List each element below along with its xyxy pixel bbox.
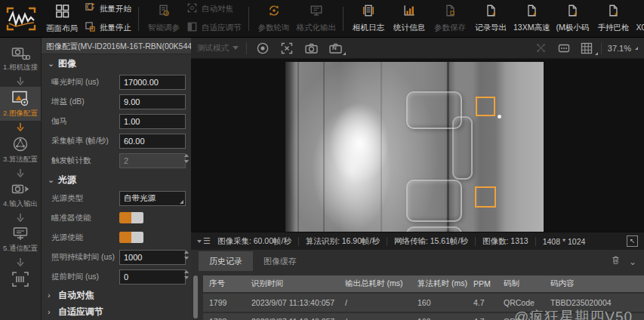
light-type-dropdown[interactable]: 自带光源 xyxy=(119,191,186,206)
batch-start-button[interactable]: 批量开始 xyxy=(85,2,131,17)
param-poll-label: 参数轮询 xyxy=(258,23,290,33)
embossed-tab xyxy=(406,180,462,222)
cell-seq: 1798 xyxy=(203,317,245,320)
fit-view-button[interactable] xyxy=(279,40,295,57)
col-time[interactable]: 识别时间 xyxy=(245,278,339,289)
sidebar-item-comm-config[interactable]: 5.通信配置 xyxy=(0,223,42,256)
fps-input[interactable] xyxy=(119,134,186,149)
record-export-button[interactable]: 记录导出 xyxy=(473,2,509,36)
roi-box-upper[interactable] xyxy=(476,97,495,116)
gamma-input[interactable] xyxy=(119,114,186,129)
sidebar-item-image-config[interactable]: 2.图像配置 xyxy=(0,87,42,121)
record-button[interactable] xyxy=(254,40,271,57)
dropdown-corner-icon xyxy=(180,200,183,204)
corner-caret-icon xyxy=(595,52,598,55)
camera-log-button[interactable]: 相机日志 xyxy=(350,2,387,36)
adaptive-button[interactable]: 自适应调节 xyxy=(186,21,242,35)
tab-history[interactable]: 历史记录 xyxy=(199,251,253,271)
chevron-open-icon: ⌄ xyxy=(48,59,54,69)
status-divider xyxy=(298,237,299,246)
cell-seq: 1799 xyxy=(203,298,245,307)
gain-input[interactable] xyxy=(119,94,186,109)
spinner-icon[interactable] xyxy=(184,154,189,163)
param-save-button[interactable]: 参数保存 xyxy=(432,2,468,36)
image-canvas[interactable] xyxy=(191,59,644,232)
snapshot-button[interactable] xyxy=(303,40,319,57)
exposure-input[interactable] xyxy=(119,75,186,90)
col-algo-time[interactable]: 算法耗时 (ms) xyxy=(411,278,467,289)
status-menu-button[interactable]: ☰ xyxy=(197,236,211,246)
history-panel: 历史记录 图像缓存 ⌄ 序号 识别时间 输出总耗时 (ms) 算法耗时 (ms)… xyxy=(191,250,644,320)
advance-time-input[interactable] xyxy=(119,269,186,285)
sidebar-item-algorithm-config[interactable]: 3.算法配置 xyxy=(0,133,42,167)
tab-image-cache[interactable]: 图像缓存 xyxy=(253,251,307,271)
snapshot-n-button[interactable]: N xyxy=(327,40,344,57)
preset-13xm-label: 13XM高速 xyxy=(513,23,550,33)
app-logo-icon xyxy=(3,4,39,34)
grid-view-button[interactable] xyxy=(578,40,595,57)
section-image[interactable]: ⌄ 图像 xyxy=(42,54,191,72)
test-mode-dropdown[interactable]: 测试模式 xyxy=(197,43,239,54)
gamma-row: 伽马 xyxy=(42,112,191,131)
spinner-icon[interactable] xyxy=(184,251,189,260)
layout-grid-icon xyxy=(55,4,69,21)
statistics-button[interactable]: 统计信息 xyxy=(391,2,427,36)
statistics-icon xyxy=(402,4,416,20)
col-code-content[interactable]: 码内容 xyxy=(544,278,644,289)
toolbar-divider xyxy=(246,42,247,54)
barcode-icon xyxy=(11,270,30,288)
col-code-type[interactable]: 码制 xyxy=(498,278,544,289)
format-output-label: 格式化输出 xyxy=(297,23,337,33)
status-divider xyxy=(475,237,476,246)
preset-handheld-button[interactable]: 手持巴枪 xyxy=(595,2,631,36)
preset-doc-icon xyxy=(606,4,620,20)
collapse-panel-button[interactable]: ⌄ xyxy=(629,259,636,265)
pan-arrows-icon xyxy=(535,42,547,54)
section-autofocus[interactable]: › 自动对焦 xyxy=(42,287,191,303)
aimer-enable-toggle[interactable] xyxy=(119,212,143,223)
section-light[interactable]: ⌄ 光源 xyxy=(42,171,191,189)
image-config-panel: 图像配置(MV-ID2016M-16T-RBN(00K544921 ⌄ 图像 曝… xyxy=(42,38,191,320)
light-duration-input[interactable] xyxy=(119,250,186,265)
chevron-open-icon: ⌄ xyxy=(48,175,54,185)
viewer-status-bar: ☰ 图像采集: 60.00帧/秒 算法识别: 16.90帧/秒 网络传输: 15… xyxy=(191,232,644,250)
expand-button[interactable]: ↖ xyxy=(627,235,638,247)
status-divider xyxy=(535,237,536,246)
step-arrow-icon xyxy=(16,211,25,223)
smart-tune-button[interactable]: 智能调参 xyxy=(146,2,182,36)
step-arrow-active-icon xyxy=(16,121,25,133)
smart-tune-icon xyxy=(157,4,171,20)
col-output-time[interactable]: 输出总耗时 (ms) xyxy=(339,278,411,289)
autofocus-icon xyxy=(186,2,198,17)
preset-13xm-button[interactable]: 13XM高速 xyxy=(513,2,550,36)
sidebar-item-barcode[interactable] xyxy=(0,268,42,292)
spinner-icon[interactable] xyxy=(184,270,189,279)
camera-connect-icon xyxy=(11,45,30,61)
param-poll-button[interactable]: 参数轮询 xyxy=(256,2,292,36)
autofocus-button[interactable]: 自动对焦 xyxy=(186,2,242,17)
aimer-enable-label: 瞄准器使能 xyxy=(51,213,91,223)
cell-ppm: 4.7 xyxy=(467,317,498,320)
layout-button[interactable]: 画面布局 xyxy=(44,2,80,36)
pan-button[interactable] xyxy=(533,40,550,57)
light-type-value: 自带光源 xyxy=(124,193,156,204)
pixel-info-button[interactable] xyxy=(556,40,572,57)
format-output-button[interactable]: 格式化输出 xyxy=(297,2,337,36)
preset-xm-small-button[interactable]: (M极小码 xyxy=(554,2,590,36)
col-seq[interactable]: 序号 xyxy=(203,278,245,289)
sidebar-item-camera-connect[interactable]: 1.相机连接 xyxy=(0,42,42,75)
chevron-closed-icon: › xyxy=(48,291,54,300)
roi-box-lower[interactable] xyxy=(475,186,496,208)
col-ppm[interactable]: PPM xyxy=(467,279,498,288)
batch-stop-button[interactable]: 批量停止 xyxy=(85,21,131,35)
zoom-level-dropdown[interactable]: 37.1% xyxy=(608,44,638,53)
pixel-info-icon xyxy=(557,42,571,55)
trigger-count-label: 触发帧计数 xyxy=(51,155,91,166)
preset-highperf-button[interactable]: X00高性能 xyxy=(636,2,644,36)
trash-button[interactable] xyxy=(610,254,621,269)
cell-output-time: / xyxy=(339,298,411,307)
vertical-scrollbar[interactable] xyxy=(193,275,198,318)
light-enable-toggle[interactable] xyxy=(119,232,143,243)
section-adaptive[interactable]: › 自适应调节 xyxy=(42,303,191,320)
sidebar-item-input-output[interactable]: 4.输入输出 xyxy=(0,179,42,211)
